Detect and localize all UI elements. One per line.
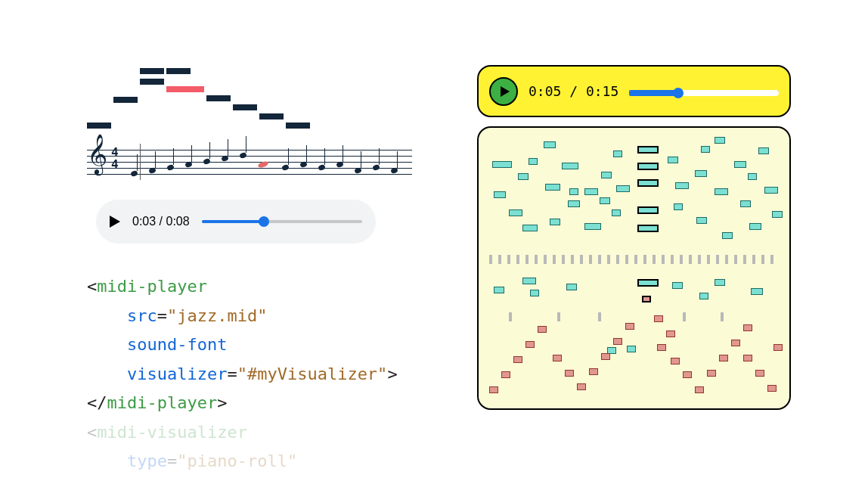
audio-player-plain: 0:03 / 0:08: [96, 200, 376, 244]
code-sample: <midi-player src="jazz.mid" sound-font v…: [87, 272, 427, 476]
piano-roll-preview: [87, 68, 427, 136]
play-button[interactable]: [489, 77, 518, 106]
right-demo-column: 0:05 / 0:15: [477, 65, 791, 410]
audio-player-styled: 0:05 / 0:15: [477, 65, 791, 117]
seek-thumb[interactable]: [259, 216, 269, 227]
time-display: 0:05 / 0:15: [529, 83, 618, 99]
seek-bar[interactable]: [202, 220, 362, 223]
play-button[interactable]: [110, 216, 120, 228]
treble-clef-icon: 𝄞: [87, 137, 107, 172]
seek-fill: [629, 90, 678, 96]
seek-bar[interactable]: [629, 90, 779, 93]
staff-play-cursor: [140, 144, 141, 180]
seek-thumb[interactable]: [673, 88, 684, 98]
time-display: 0:03 / 0:08: [132, 215, 190, 228]
seek-fill: [202, 220, 265, 223]
play-icon: [501, 86, 510, 97]
music-staff: 𝄞 4 4: [87, 141, 412, 186]
left-demo-column: 𝄞 4 4 0:03 / 0:08 <midi-play: [87, 68, 427, 476]
visualizer-panel: [477, 126, 791, 410]
time-signature: 4 4: [111, 147, 119, 171]
